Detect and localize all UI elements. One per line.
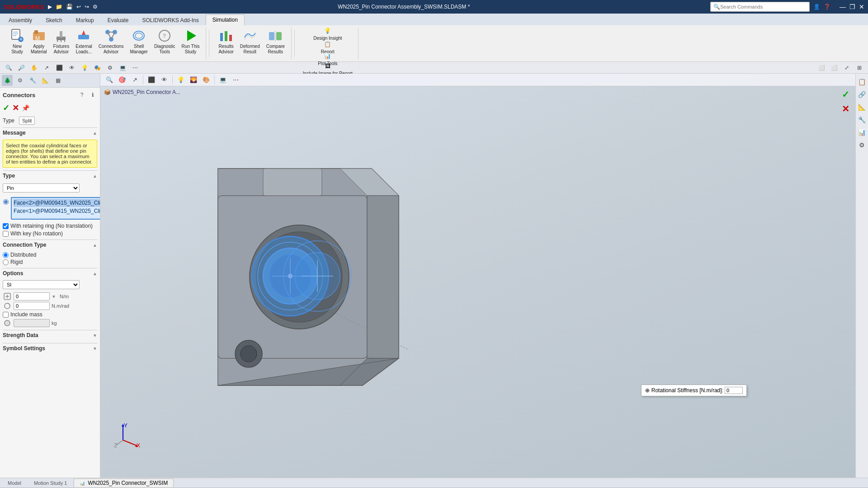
viewport-accept-btn[interactable]: ✓ [839, 88, 852, 101]
rigid-radio[interactable] [3, 259, 9, 265]
collapse-panel-btn[interactable]: ⬜ [829, 63, 839, 73]
vp-monitor-btn[interactable]: 💻 [217, 75, 228, 85]
view-selector-btn[interactable]: 🔍 [4, 63, 14, 73]
feature-tree-btn[interactable]: 🌲 [2, 75, 13, 86]
info-btn[interactable]: ℹ [88, 90, 97, 99]
diagnostic-tools-btn[interactable]: ? DiagnosticTools [151, 28, 178, 55]
section-view-btn[interactable]: ⚙ [105, 63, 115, 73]
vp-box-btn[interactable]: ⬛ [146, 75, 157, 85]
search-input[interactable] [720, 4, 797, 9]
accept-btn[interactable]: ✓ [3, 103, 9, 113]
zoom-fit-btn[interactable]: 🔎 [16, 63, 26, 73]
minimize-btn[interactable]: — [840, 3, 846, 10]
quick-access-icon[interactable]: ▶ [48, 4, 52, 10]
property-manager-btn[interactable]: ⚙ [14, 75, 25, 86]
window-controls[interactable]: — ❐ ✕ [840, 3, 864, 10]
rotate-btn[interactable]: ↗ [42, 63, 52, 73]
dim-expert-btn[interactable]: 📐 [40, 75, 51, 86]
help-icon[interactable]: ❓ [824, 4, 830, 10]
vp-arrow-btn[interactable]: ↗ [129, 75, 140, 85]
select-btn[interactable]: ✋ [29, 63, 39, 73]
hide-show-btn[interactable]: 👁 [67, 63, 77, 73]
quick-access-icon4[interactable]: ↩ [76, 4, 81, 10]
stiffness-input[interactable] [14, 292, 50, 300]
search-bar[interactable]: 🔍 [710, 2, 810, 12]
maximize-btn[interactable]: ❐ [849, 3, 855, 10]
distributed-radio[interactable] [3, 252, 9, 258]
type-dropdown[interactable]: Pin Bolt Bearing [3, 183, 80, 192]
vp-eye-btn[interactable]: 👁 [159, 75, 170, 85]
tab-evaluate[interactable]: Evaluate [101, 15, 136, 25]
vp-more-btn[interactable]: ⋯ [230, 75, 241, 85]
settings-icon[interactable]: ⚙ [93, 4, 98, 10]
config-manager-btn[interactable]: 🔧 [27, 75, 38, 86]
tab-markup[interactable]: Markup [69, 15, 101, 25]
tab-addins[interactable]: SOLIDWORKS Add-Ins [135, 15, 205, 25]
mass-input[interactable] [14, 319, 50, 327]
lighting-btn[interactable]: 💡 [80, 63, 90, 73]
viewport-reject-btn[interactable]: ✕ [839, 103, 852, 115]
connections-advisor-btn[interactable]: ConnectionsAdvisor [96, 28, 127, 55]
vp-zoom-btn[interactable]: 🎯 [117, 75, 127, 85]
shell-manager-btn[interactable]: ShellManager [127, 28, 150, 55]
report-btn[interactable]: 📋 Report [301, 41, 354, 54]
connection-type-header[interactable]: Connection Type ▲ [3, 239, 97, 250]
tab-swsim[interactable]: 📊 WN2025_Pin Connector_SWSIM [74, 479, 174, 487]
quick-access-icon2[interactable]: 📁 [56, 4, 62, 10]
rt-btn4[interactable]: 🔧 [857, 114, 868, 125]
vp-search-btn[interactable]: 🔍 [104, 75, 115, 85]
viewport[interactable]: 🔍 🎯 ↗ ⬛ 👁 💡 🌄 🎨 💻 ⋯ 📦 WN2025_Pin Connect… [100, 74, 855, 478]
tab-motion-study[interactable]: Motion Study 1 [28, 479, 73, 487]
user-icon[interactable]: 👤 [813, 4, 820, 10]
face-list[interactable]: Face<2>@PM009415_WN2025_Clip_SW Face<1>@… [11, 197, 100, 220]
symbol-settings-header[interactable]: Symbol Settings ▼ [3, 343, 97, 353]
compare-results-btn[interactable]: CompareResults [264, 28, 288, 55]
results-advisor-btn[interactable]: ResultsAdvisor [216, 28, 236, 55]
quick-access-icon3[interactable]: 💾 [66, 4, 73, 10]
vp-scene-btn[interactable]: 🌄 [188, 75, 199, 85]
help-btn[interactable]: ? [77, 90, 86, 99]
tooltip-value-input[interactable] [725, 387, 743, 394]
rot-stiffness-input[interactable] [14, 302, 50, 310]
layer-btn[interactable]: ▦ [52, 75, 63, 86]
retaining-ring-checkbox[interactable] [3, 223, 9, 229]
vp-light-btn[interactable]: 💡 [175, 75, 186, 85]
quick-access-icon5[interactable]: ↪ [85, 4, 89, 10]
tab-model[interactable]: Model [2, 479, 27, 487]
restore-btn[interactable]: ⊞ [854, 63, 864, 73]
tab-assembly[interactable]: Assembly [2, 15, 39, 25]
appearance-btn[interactable]: 🎭 [92, 63, 102, 73]
vp-appear-btn[interactable]: 🎨 [201, 75, 212, 85]
rt-btn2[interactable]: 🔗 [857, 89, 868, 100]
face-item-2[interactable]: Face<1>@PM009415_WN2025_Clip_SW [14, 207, 100, 215]
include-image-btn[interactable]: 🖼 Include Image for Report [301, 65, 354, 74]
options-section-header[interactable]: Options ▲ [3, 268, 97, 278]
type-section-header[interactable]: Type ▲ [3, 170, 97, 181]
strength-data-header[interactable]: Strength Data ▼ [3, 330, 97, 340]
pin-btn[interactable]: 📌 [22, 104, 29, 112]
face-item-1[interactable]: Face<2>@PM009415_WN2025_Clip_SW [14, 199, 100, 207]
rt-btn1[interactable]: 📋 [857, 76, 868, 87]
fixtures-advisor-btn[interactable]: FixturesAdvisor [51, 28, 72, 55]
run-study-btn[interactable]: Run ThisStudy [179, 28, 203, 55]
more-tools-btn[interactable]: ⋯ [130, 63, 140, 73]
include-mass-checkbox[interactable] [3, 312, 9, 318]
design-insight-btn[interactable]: 💡 Design Insight [301, 28, 354, 40]
display-style-btn[interactable]: ⬛ [54, 63, 64, 73]
unit-dropdown[interactable]: SI English [3, 280, 80, 289]
expand-panel-btn[interactable]: ⬜ [816, 63, 826, 73]
tab-simulation[interactable]: Simulation [206, 14, 245, 25]
reject-btn[interactable]: ✕ [12, 103, 19, 113]
key-checkbox[interactable] [3, 231, 9, 237]
tab-sketch[interactable]: Sketch [39, 15, 69, 25]
message-section-header[interactable]: Message ▲ [3, 127, 97, 138]
rt-btn6[interactable]: ⚙ [857, 140, 868, 150]
rt-btn3[interactable]: 📐 [857, 102, 868, 113]
external-loads-btn[interactable]: ExternalLoads... [73, 28, 95, 55]
apply-material-btn[interactable]: M ApplyMaterial [28, 28, 50, 55]
viewport-layout-btn[interactable]: 💻 [118, 63, 127, 73]
rt-btn5[interactable]: 📊 [857, 127, 868, 138]
fullscreen-btn[interactable]: ⤢ [842, 63, 852, 73]
deformed-result-btn[interactable]: DeformedResult [237, 28, 263, 55]
close-btn[interactable]: ✕ [859, 3, 864, 10]
